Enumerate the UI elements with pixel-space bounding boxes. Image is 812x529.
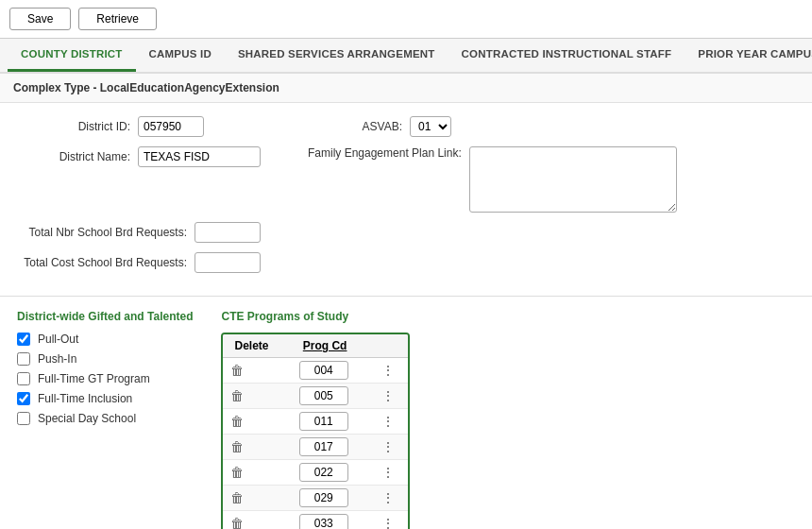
cte-prog-cell (292, 435, 372, 460)
cte-prog-input[interactable] (299, 437, 348, 456)
gt-title: District-wide Gifted and Talented (17, 310, 193, 323)
district-name-input[interactable] (138, 146, 261, 167)
pullout-label: Pull-Out (38, 333, 78, 346)
district-name-label: District Name: (17, 150, 130, 163)
cte-prog-cell (292, 409, 372, 435)
cte-header-row: Delete Prog Cd (223, 334, 408, 358)
gt-section: District-wide Gifted and Talented Pull-O… (17, 310, 193, 529)
dots-menu-icon[interactable]: ⋮ (381, 465, 395, 480)
total-nbr-label: Total Nbr School Brd Requests: (17, 226, 187, 239)
cte-prog-input[interactable] (299, 514, 348, 529)
trash-icon[interactable]: 🗑 (230, 439, 244, 454)
cte-dots-cell: ⋮ (372, 384, 409, 409)
tab-county-district[interactable]: COUNTY DISTRICT (8, 39, 136, 72)
fulltime-inclusion-row: Full-Time Inclusion (17, 392, 193, 405)
total-cost-group: Total Cost School Brd Requests: (17, 252, 261, 273)
form-row-2: District Name: Family Engagement Plan Li… (17, 146, 795, 213)
tab-prior-year-campuses[interactable]: PRIOR YEAR CAMPUSES (685, 39, 812, 72)
save-button[interactable]: Save (9, 8, 71, 30)
cte-dots-cell: ⋮ (372, 435, 409, 460)
cte-table-wrapper: Delete Prog Cd 🗑 ⋮ 🗑 (221, 333, 410, 529)
retrieve-button[interactable]: Retrieve (78, 8, 157, 30)
pushin-checkbox[interactable] (17, 352, 30, 366)
bottom-section: District-wide Gifted and Talented Pull-O… (0, 297, 812, 529)
section-header: Complex Type - LocalEducationAgencyExten… (0, 74, 812, 103)
trash-icon[interactable]: 🗑 (230, 414, 244, 429)
family-plan-label: Family Engagement Plan Link: (308, 146, 462, 160)
special-day-label: Special Day School (38, 412, 136, 425)
total-nbr-group: Total Nbr School Brd Requests: (17, 222, 261, 243)
dots-menu-icon[interactable]: ⋮ (381, 490, 395, 505)
cte-dots-cell: ⋮ (372, 409, 409, 435)
cte-row: 🗑 ⋮ (223, 486, 408, 511)
dots-menu-icon[interactable]: ⋮ (381, 363, 395, 378)
dots-menu-icon[interactable]: ⋮ (381, 439, 395, 454)
toolbar: Save Retrieve (0, 0, 812, 39)
asvab-group: ASVAB: 01 02 03 (289, 116, 451, 137)
cte-prog-input[interactable] (299, 412, 348, 431)
tab-bar: COUNTY DISTRICT CAMPUS ID SHARED SERVICE… (0, 39, 812, 74)
cte-prog-cell (292, 486, 372, 511)
tab-campus-id[interactable]: CAMPUS ID (136, 39, 225, 72)
main-content: Complex Type - LocalEducationAgencyExten… (0, 74, 812, 529)
cte-delete-cell: 🗑 (223, 486, 291, 511)
cte-delete-cell: 🗑 (223, 384, 291, 409)
form-row-3: Total Nbr School Brd Requests: (17, 222, 795, 243)
cte-delete-cell: 🗑 (223, 358, 291, 384)
cte-dots-cell: ⋮ (372, 486, 409, 511)
trash-icon[interactable]: 🗑 (230, 465, 244, 480)
trash-icon[interactable]: 🗑 (230, 388, 244, 403)
total-cost-input[interactable] (195, 252, 261, 273)
cte-prog-input[interactable] (299, 463, 348, 482)
cte-prog-input[interactable] (299, 488, 348, 507)
fulltime-inclusion-checkbox[interactable] (17, 392, 30, 405)
pullout-checkbox[interactable] (17, 333, 30, 346)
district-id-input[interactable] (138, 116, 204, 137)
cte-prog-cell (292, 384, 372, 409)
asvab-label: ASVAB: (289, 120, 402, 133)
district-name-group: District Name: (17, 146, 261, 167)
asvab-select[interactable]: 01 02 03 (410, 116, 451, 137)
cte-title: CTE Programs of Study (221, 310, 795, 323)
cte-prog-input[interactable] (299, 361, 348, 380)
cte-delete-cell: 🗑 (223, 409, 291, 435)
cte-progcd-header: Prog Cd (292, 334, 372, 358)
form-section: District ID: ASVAB: 01 02 03 District Na… (0, 103, 812, 297)
form-row-4: Total Cost School Brd Requests: (17, 252, 795, 273)
trash-icon[interactable]: 🗑 (230, 490, 244, 505)
family-plan-textarea[interactable] (469, 146, 677, 213)
cte-prog-cell (292, 511, 372, 530)
cte-prog-input[interactable] (299, 386, 348, 405)
cte-row: 🗑 ⋮ (223, 384, 408, 409)
cte-section: CTE Programs of Study Delete Prog Cd 🗑 (221, 310, 795, 529)
total-cost-label: Total Cost School Brd Requests: (17, 256, 187, 269)
cte-delete-cell: 🗑 (223, 511, 291, 530)
pushin-row: Push-In (17, 352, 193, 366)
cte-prog-cell (292, 460, 372, 486)
cte-delete-cell: 🗑 (223, 435, 291, 460)
cte-prog-cell (292, 358, 372, 384)
tab-shared-services[interactable]: SHARED SERVICES ARRANGEMENT (225, 39, 448, 72)
fulltime-gt-label: Full-Time GT Program (38, 372, 150, 385)
cte-dots-cell: ⋮ (372, 358, 409, 384)
pushin-label: Push-In (38, 352, 76, 366)
tab-contracted-staff[interactable]: CONTRACTED INSTRUCTIONAL STAFF (448, 39, 685, 72)
cte-delete-header: Delete (223, 334, 291, 358)
cte-dots-cell: ⋮ (372, 511, 409, 530)
dots-menu-icon[interactable]: ⋮ (381, 388, 395, 403)
trash-icon[interactable]: 🗑 (230, 516, 244, 529)
dots-menu-icon[interactable]: ⋮ (381, 516, 395, 529)
district-id-group: District ID: (17, 116, 204, 137)
trash-icon[interactable]: 🗑 (230, 363, 244, 378)
special-day-row: Special Day School (17, 412, 193, 425)
dots-menu-icon[interactable]: ⋮ (381, 414, 395, 429)
fulltime-gt-checkbox[interactable] (17, 372, 30, 385)
cte-dots-cell: ⋮ (372, 460, 409, 486)
pullout-row: Pull-Out (17, 333, 193, 346)
fulltime-inclusion-label: Full-Time Inclusion (38, 392, 132, 405)
special-day-checkbox[interactable] (17, 412, 30, 425)
cte-row: 🗑 ⋮ (223, 409, 408, 435)
total-nbr-input[interactable] (195, 222, 261, 243)
district-id-label: District ID: (17, 120, 130, 133)
cte-table: Delete Prog Cd 🗑 ⋮ 🗑 (223, 334, 408, 529)
